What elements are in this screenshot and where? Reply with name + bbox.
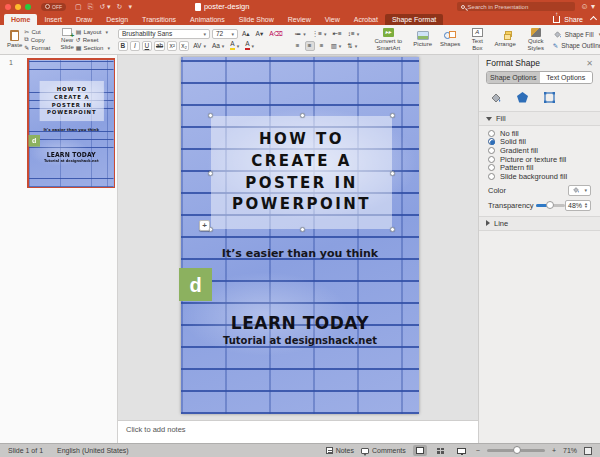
selection-handle-s[interactable] — [300, 227, 305, 232]
subscript-button[interactable]: x₂ — [179, 41, 189, 51]
fill-section-header[interactable]: Fill — [479, 111, 600, 126]
section-button[interactable]: ▦Section▾ — [76, 44, 110, 51]
tab-acrobat[interactable]: Acrobat — [347, 14, 385, 25]
slide-canvas[interactable]: HOW TO CREATE A POSTER IN POWERPOINT + I… — [118, 55, 478, 420]
slide[interactable]: HOW TO CREATE A POSTER IN POWERPOINT + I… — [181, 57, 419, 414]
tab-view[interactable]: View — [318, 14, 347, 25]
text-direction-button[interactable]: ⇅▾ — [345, 41, 359, 51]
selection-handle-se[interactable] — [390, 227, 395, 232]
format-painter-button[interactable]: ✎Format — [24, 44, 50, 51]
tab-draw[interactable]: Draw — [69, 14, 99, 25]
clear-formatting-button[interactable]: A⌫ — [267, 29, 285, 39]
reset-button[interactable]: ↺Reset — [76, 36, 110, 43]
transparency-slider[interactable] — [536, 204, 565, 207]
selection-handle-nw[interactable] — [208, 113, 213, 118]
selection-handle-e[interactable] — [390, 171, 395, 176]
zoom-knob[interactable] — [513, 446, 521, 454]
size-properties-icon[interactable] — [543, 91, 556, 106]
italic-button[interactable]: I — [130, 41, 140, 51]
radio-solid-fill[interactable]: Solid fill — [488, 138, 591, 147]
shape-fill-button[interactable]: Shape Fill▾ — [553, 30, 600, 39]
share-button[interactable]: Share — [553, 16, 596, 25]
font-size-select[interactable]: 72▾ — [212, 29, 238, 39]
slideshow-view-button[interactable] — [455, 445, 469, 456]
tab-review[interactable]: Review — [281, 14, 318, 25]
tab-animations[interactable]: Animations — [183, 14, 232, 25]
collapse-ribbon-icon[interactable] — [590, 16, 597, 23]
bold-button[interactable]: B — [118, 41, 128, 51]
convert-to-smartart-button[interactable]: ▸▸Convert to SmartArt — [369, 28, 407, 51]
radio-pattern-fill[interactable]: Pattern fill — [488, 163, 591, 172]
line-section-header[interactable]: Line — [479, 216, 600, 231]
slider-knob[interactable] — [546, 201, 554, 209]
new-document-icon[interactable]: ▢ — [75, 0, 82, 13]
font-name-select[interactable]: Brushability Sans▾ — [118, 29, 210, 39]
radio-gradient-fill[interactable]: Gradient fill — [488, 146, 591, 155]
font-color-button[interactable]: A▾ — [243, 41, 256, 51]
selection-handle-n[interactable] — [300, 113, 305, 118]
numbering-button[interactable]: ⋮≡▾ — [310, 29, 329, 39]
radio-picture-texture-fill[interactable]: Picture or texture fill — [488, 155, 591, 164]
tab-design[interactable]: Design — [99, 14, 135, 25]
language-button[interactable]: English (United States) — [57, 447, 129, 454]
autosave-toggle[interactable]: OFF — [41, 3, 66, 11]
redo-icon[interactable]: ↻ — [117, 0, 123, 13]
align-left-button[interactable]: ≡ — [293, 41, 303, 51]
shapes-button[interactable]: Shapes — [438, 31, 462, 48]
tab-slide-show[interactable]: Slide Show — [232, 14, 281, 25]
tab-home[interactable]: Home — [4, 14, 37, 25]
underline-button[interactable]: U — [142, 41, 152, 51]
zoom-level[interactable]: 71% — [563, 447, 577, 454]
zoom-window-button[interactable] — [25, 4, 31, 10]
search-input[interactable]: Search in Presentation — [457, 2, 575, 11]
strikethrough-button[interactable]: ab — [154, 41, 165, 51]
slide-thumbnail[interactable]: HOW TO CREATE A POSTER IN POWERPOINT It’… — [27, 58, 115, 188]
slide-sorter-view-button[interactable] — [434, 445, 448, 456]
tab-insert[interactable]: Insert — [37, 14, 69, 25]
toolbar-more-icon[interactable]: ▾ — [128, 0, 132, 13]
save-icon[interactable]: ⎘ — [88, 0, 94, 13]
text-box-button[interactable]: AText Box — [466, 28, 488, 51]
close-window-button[interactable] — [5, 4, 11, 10]
poster-title-textbox[interactable]: HOW TO CREATE A POSTER IN POWERPOINT + — [211, 116, 392, 229]
fit-to-window-icon[interactable] — [584, 447, 592, 455]
picture-button[interactable]: Picture — [411, 31, 434, 48]
columns-button[interactable]: ▥▾ — [329, 41, 344, 51]
fill-line-icon[interactable] — [489, 91, 502, 106]
transparency-value-input[interactable]: 48% ▲▼ — [565, 200, 591, 211]
effects-icon[interactable] — [516, 91, 529, 106]
shape-outline-button[interactable]: ✎ Shape Outline▾ — [553, 42, 600, 50]
tab-text-options[interactable]: Text Options — [540, 72, 593, 83]
change-case-button[interactable]: Aa▾ — [210, 41, 226, 51]
tab-shape-format[interactable]: Shape Format — [385, 14, 443, 25]
paste-button[interactable]: Paste — [5, 30, 24, 49]
arrange-button[interactable]: Arrange — [492, 31, 517, 48]
selection-handle-w[interactable] — [208, 171, 213, 176]
align-right-button[interactable]: ≡ — [317, 41, 327, 51]
designshack-logo[interactable]: d — [179, 268, 212, 301]
copy-button[interactable]: ⧉Copy — [24, 36, 50, 43]
tab-transitions[interactable]: Transitions — [135, 14, 183, 25]
radio-no-fill[interactable]: No fill — [488, 129, 591, 138]
feedback-smiley-icon[interactable]: ☺ ▾ — [581, 2, 595, 11]
normal-view-button[interactable] — [413, 445, 427, 456]
bullets-button[interactable]: ≔▾ — [293, 29, 308, 39]
cut-button[interactable]: ✂Cut — [24, 28, 50, 35]
indent-decrease-button[interactable]: ⇤≡ — [331, 29, 344, 39]
poster-subtitle[interactable]: It’s easier than you think — [181, 247, 419, 260]
zoom-slider[interactable] — [487, 449, 545, 452]
notes-pane[interactable]: Click to add notes — [118, 420, 478, 443]
poster-cta[interactable]: LEARN TODAY — [181, 313, 419, 333]
poster-background[interactable]: HOW TO CREATE A POSTER IN POWERPOINT + I… — [181, 57, 419, 414]
superscript-button[interactable]: x² — [167, 41, 177, 51]
zoom-in-button[interactable]: + — [552, 447, 556, 454]
increase-font-button[interactable]: A▴ — [240, 29, 252, 39]
tab-shape-options[interactable]: Shape Options — [487, 72, 540, 83]
close-panel-icon[interactable]: ✕ — [586, 59, 593, 68]
stepper-icon[interactable]: ▲▼ — [584, 202, 588, 208]
new-slide-button[interactable]: New Slide — [58, 28, 75, 50]
fill-color-button[interactable]: ▾ — [568, 185, 591, 196]
character-spacing-button[interactable]: AV▾ — [191, 41, 208, 51]
highlight-color-button[interactable]: A▾ — [228, 41, 241, 51]
undo-icon[interactable]: ↺ ▾ — [99, 0, 110, 13]
